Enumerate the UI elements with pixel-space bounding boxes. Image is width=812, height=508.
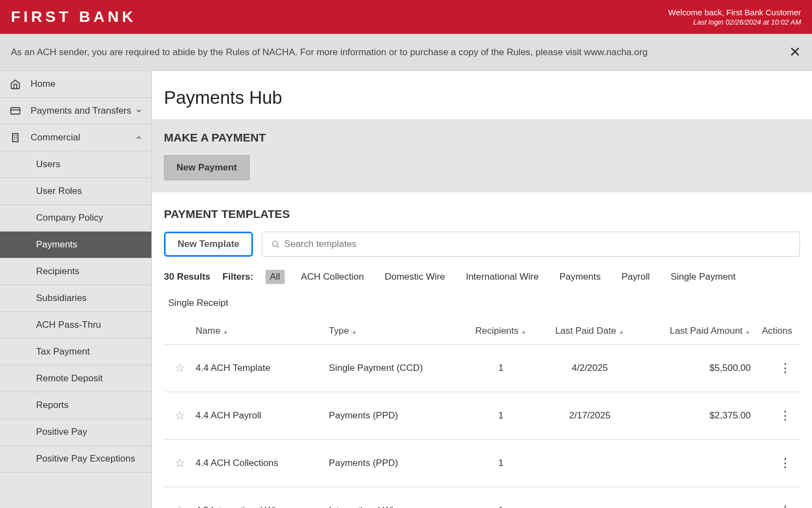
sidebar-item-label: Commercial: [31, 132, 80, 143]
sidebar-sub-reports[interactable]: Reports: [0, 392, 151, 419]
cell-recipients: 1: [462, 363, 540, 374]
star-icon[interactable]: ☆: [164, 361, 196, 375]
new-template-button[interactable]: New Template: [164, 232, 253, 257]
sidebar-item-payments-transfers[interactable]: Payments and Transfers: [0, 98, 151, 125]
sort-icon: ▲: [222, 328, 228, 335]
new-payment-button[interactable]: New Payment: [164, 155, 250, 180]
search-icon: [271, 240, 280, 249]
cell-name: 4.4 ACH Template: [196, 363, 329, 374]
cell-type: Payments (PPD): [329, 410, 462, 421]
last-login-text: Last login 02/26/2024 at 10:02 AM: [668, 18, 801, 26]
search-box[interactable]: [262, 232, 800, 257]
make-payment-heading: MAKE A PAYMENT: [164, 131, 800, 144]
table-header-row: Name▲ Type▲ Recipients▲ Last Paid Date▲ …: [164, 320, 800, 345]
search-input[interactable]: [280, 232, 791, 256]
cell-type: International Wire: [329, 505, 462, 508]
notice-text: As an ACH sender, you are required to ab…: [11, 47, 648, 58]
table-row: ☆ 4.4 ACH Collections Payments (PPD) 1 ⋮: [164, 440, 800, 487]
sidebar-sub-users[interactable]: Users: [0, 151, 151, 178]
table-row: ☆ 4.5 International Wire International W…: [164, 487, 800, 508]
col-header-last-paid-amount[interactable]: Last Paid Amount▲: [640, 326, 751, 336]
sidebar-sub-recipients[interactable]: Recipients: [0, 258, 151, 285]
sort-icon: ▲: [521, 328, 527, 335]
sidebar-sub-payments[interactable]: Payments: [0, 232, 151, 258]
sidebar-sub-positive-pay[interactable]: Positive Pay: [0, 419, 151, 446]
notice-bar: As an ACH sender, you are required to ab…: [0, 34, 812, 71]
star-icon[interactable]: ☆: [164, 504, 196, 508]
sidebar-sub-remote-deposit[interactable]: Remote Deposit: [0, 365, 151, 392]
filter-domestic-wire[interactable]: Domestic Wire: [380, 270, 450, 284]
card-icon: [9, 105, 22, 116]
sort-icon: ▲: [619, 328, 625, 335]
svg-rect-2: [13, 134, 18, 142]
col-header-last-paid-date[interactable]: Last Paid Date▲: [540, 326, 640, 336]
cell-date: 4/2/2025: [540, 363, 640, 374]
filters-label: Filters:: [222, 271, 254, 282]
star-icon[interactable]: ☆: [164, 409, 196, 423]
cell-type: Single Payment (CCD): [329, 363, 462, 374]
cell-name: 4.4 ACH Collections: [196, 458, 329, 469]
sidebar-sub-subsidiaries[interactable]: Subsidiaries: [0, 285, 151, 312]
col-header-actions: Actions: [751, 326, 800, 336]
sidebar-item-label: Home: [31, 79, 55, 90]
table-row: ☆ 4.4 ACH Payroll Payments (PPD) 1 2/17/…: [164, 392, 800, 440]
sidebar-item-home[interactable]: Home: [0, 71, 151, 98]
table-row: ☆ 4.4 ACH Template Single Payment (CCD) …: [164, 345, 800, 392]
col-header-recipients[interactable]: Recipients▲: [462, 326, 540, 336]
filter-payments[interactable]: Payments: [555, 270, 605, 284]
filter-all[interactable]: All: [266, 270, 285, 284]
sidebar-sub-company-policy[interactable]: Company Policy: [0, 205, 151, 232]
sidebar-sub-user-roles[interactable]: User Roles: [0, 178, 151, 205]
sidebar-item-commercial[interactable]: Commercial: [0, 125, 151, 151]
page-title: Payments Hub: [152, 71, 812, 119]
sidebar-sub-positive-pay-exceptions[interactable]: Positive Pay Exceptions: [0, 446, 151, 472]
filter-ach-collection[interactable]: ACH Collection: [297, 270, 368, 284]
filter-single-payment[interactable]: Single Payment: [666, 270, 740, 284]
top-header: FIRST BANK Welcome back, First Bank Cust…: [0, 0, 812, 34]
col-header-name[interactable]: Name▲: [196, 326, 329, 336]
cell-amount: $2,375.00: [640, 410, 751, 421]
welcome-text: Welcome back, First Bank Customer: [668, 8, 801, 17]
templates-toolbar: New Template: [152, 232, 812, 257]
actions-menu-icon[interactable]: ⋮: [751, 365, 800, 371]
actions-menu-icon[interactable]: ⋮: [751, 413, 800, 418]
chevron-up-icon: [135, 134, 143, 141]
sidebar-sub-ach-pass-thru[interactable]: ACH Pass-Thru: [0, 312, 151, 339]
cell-type: Payments (PPD): [329, 458, 462, 469]
main-content: Payments Hub MAKE A PAYMENT New Payment …: [152, 71, 812, 508]
sort-icon: ▲: [351, 328, 357, 335]
cell-recipients: 1: [462, 505, 540, 508]
close-icon[interactable]: ✕: [789, 44, 801, 61]
chevron-down-icon: [135, 107, 143, 115]
svg-line-10: [277, 246, 279, 247]
star-icon[interactable]: ☆: [164, 456, 196, 470]
results-count: 30 Results: [164, 271, 210, 282]
cell-date: 2/17/2025: [540, 410, 640, 421]
filter-international-wire[interactable]: International Wire: [461, 270, 543, 284]
sidebar: Home Payments and Transfers Commercial U…: [0, 71, 152, 508]
templates-heading: PAYMENT TEMPLATES: [152, 208, 812, 221]
filter-row: 30 Results Filters: All ACH Collection D…: [152, 270, 812, 310]
cell-name: 4.4 ACH Payroll: [196, 410, 329, 421]
sidebar-item-label: Payments and Transfers: [31, 105, 131, 116]
filter-single-receipt[interactable]: Single Receipt: [164, 296, 233, 310]
sidebar-sub-tax-payment[interactable]: Tax Payment: [0, 339, 151, 365]
cell-name: 4.5 International Wire: [196, 505, 329, 508]
cell-recipients: 1: [462, 458, 540, 469]
svg-rect-0: [11, 108, 20, 114]
sort-icon: ▲: [745, 328, 751, 335]
cell-amount: $5,500.00: [640, 363, 751, 374]
home-icon: [9, 79, 22, 90]
actions-menu-icon[interactable]: ⋮: [751, 460, 800, 466]
welcome-block: Welcome back, First Bank Customer Last l…: [668, 8, 801, 26]
col-header-type[interactable]: Type▲: [329, 326, 462, 336]
logo: FIRST BANK: [11, 8, 137, 26]
building-icon: [9, 132, 22, 143]
templates-table: Name▲ Type▲ Recipients▲ Last Paid Date▲ …: [152, 320, 812, 508]
filter-payroll[interactable]: Payroll: [617, 270, 654, 284]
cell-recipients: 1: [462, 410, 540, 421]
make-payment-section: MAKE A PAYMENT New Payment: [152, 119, 812, 192]
svg-point-9: [273, 241, 278, 246]
